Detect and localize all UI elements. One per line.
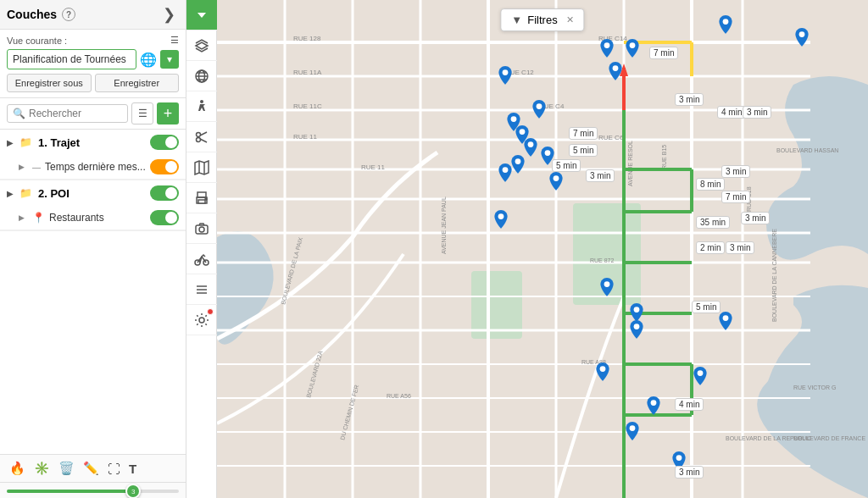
list-icon[interactable]: ☰ <box>170 35 179 46</box>
chevron-button[interactable]: ▾ <box>160 50 179 69</box>
dropdown-panel-button[interactable] <box>186 0 217 30</box>
help-icon[interactable]: ? <box>62 8 75 21</box>
svg-text:RUE 128: RUE 128 <box>293 35 321 42</box>
map-panel-button[interactable] <box>186 152 217 183</box>
map-pin[interactable] <box>629 303 644 322</box>
expand-icon: ▶ <box>7 138 14 147</box>
sub-layer-restaurants-label: Restaurants <box>49 212 146 224</box>
tools-panel-button[interactable] <box>186 274 217 305</box>
svg-text:AVENUE JEAN PAUL: AVENUE JEAN PAUL <box>441 196 447 254</box>
layer-trajet-header[interactable]: ▶ 📁 1. Trajet <box>0 130 186 155</box>
walk-panel-button[interactable] <box>186 91 217 122</box>
svg-point-100 <box>554 175 559 181</box>
map-pin[interactable] <box>599 39 615 58</box>
map-pin[interactable] <box>629 320 644 339</box>
camera-panel-button[interactable] <box>186 213 217 244</box>
vue-select[interactable]: Planification de Tournées <box>7 49 136 69</box>
svg-text:RUE 872: RUE 872 <box>590 257 615 263</box>
vue-courante-section: Vue courante : ☰ Planification de Tourné… <box>0 30 186 98</box>
sub-layer-restaurants: ▶ 📍 Restaurants <box>0 206 186 230</box>
bike-panel-button[interactable] <box>186 244 217 274</box>
svg-point-89 <box>613 65 619 71</box>
icon-panel <box>186 0 217 498</box>
map-pin[interactable] <box>608 62 623 80</box>
map-pin[interactable] <box>671 451 687 470</box>
map-pin[interactable] <box>718 15 733 34</box>
map-pin[interactable] <box>794 28 810 47</box>
map-pin[interactable] <box>498 163 513 182</box>
layer-poi-title: 2. POI <box>38 187 146 200</box>
svg-point-103 <box>634 307 640 313</box>
globe-panel-icon <box>194 69 209 84</box>
list-view-button[interactable]: ☰ <box>131 102 153 125</box>
svg-point-17 <box>205 198 207 200</box>
map-pin[interactable] <box>693 367 708 385</box>
fullscreen-tool-button[interactable]: ⛶ <box>105 460 123 478</box>
map-pin[interactable] <box>531 100 547 119</box>
sub-layer-temps-toggle[interactable] <box>150 159 179 174</box>
globe-panel-button[interactable] <box>186 61 217 91</box>
sidebar-title: Couches <box>7 8 57 21</box>
globe-button[interactable]: 🌐 <box>140 52 157 68</box>
map-pin[interactable] <box>646 396 661 415</box>
svg-point-6 <box>200 100 203 103</box>
svg-point-95 <box>520 129 526 135</box>
svg-text:RUE A56: RUE A56 <box>387 393 411 399</box>
settings-badge <box>207 308 214 315</box>
map-pin[interactable] <box>625 422 640 440</box>
layer-poi-header[interactable]: ▶ 📁 2. POI <box>0 180 186 206</box>
save-as-button[interactable]: Enregistrer sous <box>7 74 92 92</box>
bottom-toolbar: 🔥 ✳️ 🗑️ ✏️ ⛶ T <box>0 454 186 482</box>
svg-text:BOULEVARD DE LA CANNEBERE: BOULEVARD DE LA CANNEBERE <box>771 229 777 322</box>
map-pin[interactable] <box>718 312 733 330</box>
svg-point-106 <box>651 400 657 406</box>
svg-text:RUE C18: RUE C18 <box>746 186 752 212</box>
edit-tool-button[interactable]: ✏️ <box>81 459 102 478</box>
map-pin[interactable] <box>599 278 615 296</box>
scissors-panel-button[interactable] <box>186 122 217 152</box>
layers-panel-button[interactable] <box>186 30 217 61</box>
filter-close-icon[interactable]: ✕ <box>566 14 574 25</box>
svg-point-98 <box>515 158 521 164</box>
map-background: RUE 128 RUE 11A RUE 11C RUE 11 RUE 11 RU… <box>217 0 868 498</box>
svg-point-105 <box>600 366 606 372</box>
settings-panel-button[interactable] <box>186 305 217 335</box>
fire-tool-button[interactable]: 🔥 <box>7 459 28 478</box>
search-wrap: 🔍 <box>7 104 128 123</box>
delete-tool-button[interactable]: 🗑️ <box>56 459 77 478</box>
search-row: 🔍 ☰ + <box>0 98 186 130</box>
map-pin[interactable] <box>548 172 564 191</box>
svg-line-10 <box>200 139 207 142</box>
layer-poi-toggle[interactable] <box>150 185 179 201</box>
save-button[interactable]: Enregistrer <box>95 74 180 92</box>
scissors-icon <box>194 130 209 145</box>
sub-expand-icon: ▶ <box>19 163 25 171</box>
map-pin[interactable] <box>498 66 513 85</box>
svg-point-90 <box>503 69 509 75</box>
svg-text:RUE 11: RUE 11 <box>293 133 318 141</box>
map-pin[interactable] <box>540 147 555 165</box>
slider-thumb[interactable]: 3 <box>125 484 141 498</box>
svg-point-110 <box>723 315 729 321</box>
filter-bar[interactable]: ▼ Filtres ✕ <box>500 8 584 31</box>
map-pin[interactable] <box>625 39 640 58</box>
sub-layer-restaurants-toggle[interactable] <box>150 210 179 225</box>
add-layer-button[interactable]: + <box>157 102 179 125</box>
node-tool-button[interactable]: ✳️ <box>31 459 53 478</box>
save-buttons: Enregistrer sous Enregistrer <box>7 74 179 92</box>
svg-point-101 <box>498 213 504 219</box>
collapse-button[interactable]: ❯ <box>159 5 179 24</box>
map-pin[interactable] <box>493 210 509 229</box>
svg-point-7 <box>196 132 200 136</box>
map-pin[interactable] <box>523 138 538 157</box>
svg-point-96 <box>528 141 534 147</box>
bike-icon <box>194 252 209 267</box>
text-tool-button[interactable]: T <box>126 460 139 478</box>
search-input[interactable] <box>29 108 122 119</box>
layer-group-trajet: ▶ 📁 1. Trajet ▶ — Temps dernière mes... <box>0 130 186 180</box>
print-panel-button[interactable] <box>186 183 217 213</box>
folder-icon: 📁 <box>19 136 32 148</box>
map-area[interactable]: RUE 128 RUE 11A RUE 11C RUE 11 RUE 11 RU… <box>217 0 868 498</box>
layer-trajet-toggle[interactable] <box>150 135 179 150</box>
map-pin[interactable] <box>595 362 610 381</box>
